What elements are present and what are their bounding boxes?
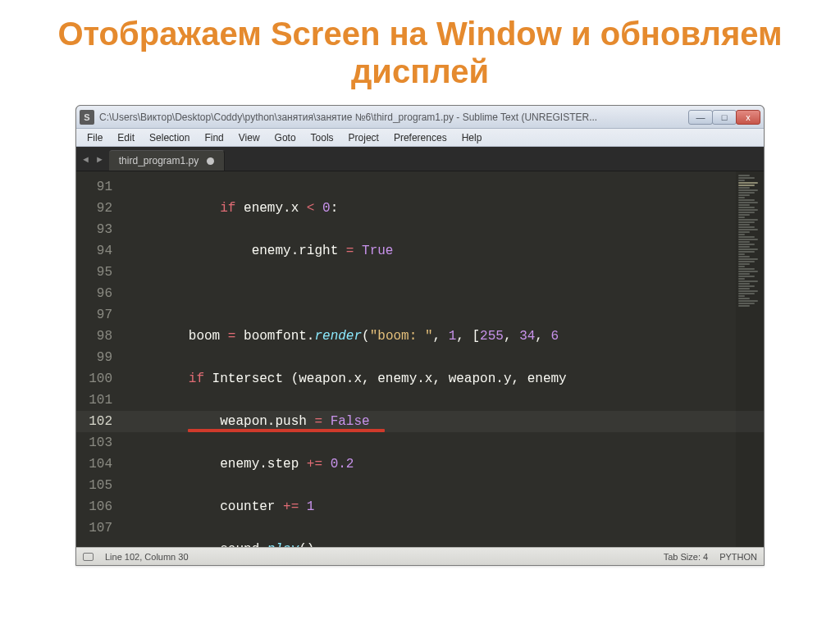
menu-edit[interactable]: Edit <box>110 130 142 145</box>
menu-file[interactable]: File <box>80 130 110 145</box>
menu-selection[interactable]: Selection <box>142 130 197 145</box>
status-cursor: Line 102, Column 30 <box>105 552 189 562</box>
nav-back-icon[interactable]: ◄ <box>81 154 90 164</box>
menu-goto[interactable]: Goto <box>267 130 304 145</box>
menu-find[interactable]: Find <box>197 130 231 145</box>
minimize-button[interactable]: — <box>688 110 713 125</box>
line-number: 106 <box>81 496 112 517</box>
menu-bar: File Edit Selection Find View Goto Tools… <box>76 129 764 147</box>
menu-project[interactable]: Project <box>341 130 386 145</box>
file-tab[interactable]: third_program1.py <box>109 150 225 171</box>
line-number: 91 <box>81 176 112 198</box>
maximize-button[interactable]: □ <box>712 110 737 125</box>
editor-window: C:\Users\Виктор\Desktop\Coddy\python\зан… <box>75 105 765 566</box>
line-number: 94 <box>81 240 112 262</box>
app-icon <box>80 110 94 125</box>
status-bar: Line 102, Column 30 Tab Size: 4 PYTHON <box>76 547 764 565</box>
status-layout[interactable] <box>83 553 94 561</box>
line-number: 104 <box>81 454 112 475</box>
line-number: 102 <box>81 411 112 432</box>
tab-bar: ◄ ► third_program1.py <box>76 147 764 171</box>
menu-help[interactable]: Help <box>454 130 490 145</box>
menu-view[interactable]: View <box>231 130 267 145</box>
line-number: 96 <box>81 283 112 304</box>
minimap[interactable] <box>736 171 764 547</box>
tab-dirty-icon <box>207 157 214 165</box>
line-number: 99 <box>81 347 112 368</box>
nav-forward-icon[interactable]: ► <box>95 154 104 164</box>
nav-arrows: ◄ ► <box>76 147 109 171</box>
line-number: 95 <box>81 262 112 283</box>
line-number: 103 <box>81 432 112 454</box>
line-number: 93 <box>81 219 112 240</box>
layout-icon <box>83 553 94 561</box>
code-area[interactable]: if enemy.x < 0: enemy.right = True boom … <box>122 171 736 547</box>
status-language[interactable]: PYTHON <box>719 552 757 562</box>
window-buttons: — □ x <box>689 110 760 125</box>
close-button[interactable]: x <box>736 110 760 125</box>
line-number: 107 <box>81 517 112 539</box>
menu-preferences[interactable]: Preferences <box>386 130 454 145</box>
line-number: 105 <box>81 475 112 496</box>
highlight-underline <box>188 429 385 432</box>
line-number: 92 <box>81 198 112 219</box>
line-number: 100 <box>81 368 112 390</box>
line-number: 98 <box>81 326 112 347</box>
line-gutter: 91 92 93 94 95 96 97 98 99 100 101 102 1… <box>76 171 122 547</box>
menu-tools[interactable]: Tools <box>304 130 341 145</box>
line-number: 97 <box>81 304 112 326</box>
window-title: C:\Users\Виктор\Desktop\Coddy\python\зан… <box>99 112 689 123</box>
slide-title: Отображаем Screen на Window и обновляем … <box>0 0 840 98</box>
title-bar: C:\Users\Виктор\Desktop\Coddy\python\зан… <box>76 106 764 129</box>
line-number: 101 <box>81 390 112 411</box>
editor-body: 91 92 93 94 95 96 97 98 99 100 101 102 1… <box>76 171 764 547</box>
status-tab-size[interactable]: Tab Size: 4 <box>664 552 708 562</box>
tab-label: third_program1.py <box>119 155 199 166</box>
